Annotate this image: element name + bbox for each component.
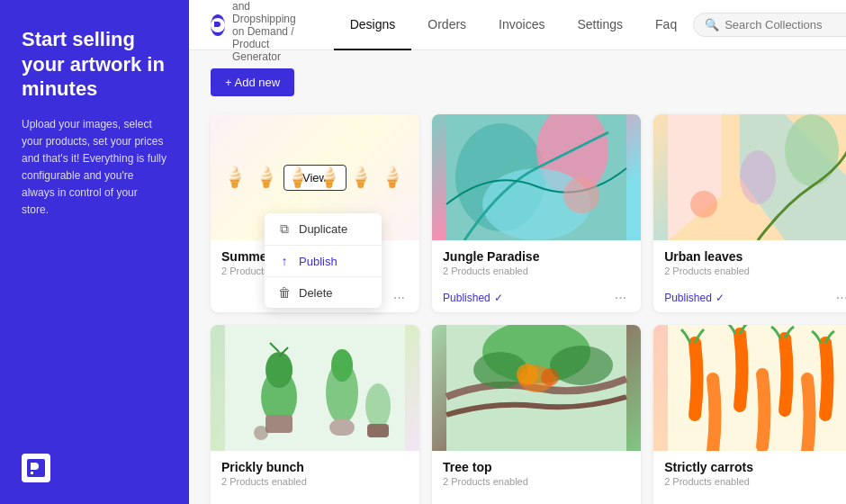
card-title-jungle: Jungle Paradise — [443, 249, 630, 264]
card-summer-melt: View 🍦 🍦 🍦 🍦 🍦 🍦 Summer melt 2 Products … — [211, 114, 419, 312]
svg-point-7 — [563, 177, 599, 213]
more-options-button-summer-melt[interactable]: ··· — [390, 289, 409, 307]
svg-point-23 — [365, 383, 391, 428]
card-thumb-jungle — [432, 114, 641, 240]
sidebar: Start selling your artwork in minutes Up… — [0, 0, 189, 504]
card-jungle-paradise: Jungle Paradise 2 Products enabled Publi… — [432, 114, 641, 312]
card-subtitle-jungle: 2 Products enabled — [443, 266, 630, 276]
card-footer-prickly: ··· — [211, 494, 419, 504]
sidebar-title: Start selling your artwork in minutes — [22, 27, 167, 102]
card-title-tree: Tree top — [443, 460, 630, 474]
tab-settings[interactable]: Settings — [561, 0, 639, 50]
svg-point-31 — [517, 364, 538, 385]
published-badge-jungle: Published ✓ — [443, 292, 503, 304]
svg-point-12 — [690, 191, 717, 218]
check-icon-jungle: ✓ — [494, 292, 503, 304]
duplicate-icon: ⧉ — [277, 221, 292, 237]
more-options-button-urban[interactable]: ··· — [832, 289, 846, 307]
card-body-tree: Tree top 2 Products enabled — [432, 451, 641, 494]
ctx-delete[interactable]: 🗑 Delete — [265, 277, 382, 308]
card-body-jungle: Jungle Paradise 2 Products enabled — [432, 240, 641, 284]
add-new-button[interactable]: + Add new — [211, 68, 294, 96]
card-prickly-bunch: Prickly bunch 2 Products enabled ··· — [211, 325, 419, 504]
ctx-publish-label: Publish — [299, 255, 338, 268]
published-badge-urban: Published ✓ — [664, 292, 724, 304]
svg-point-29 — [550, 346, 613, 385]
card-title-urban: Urban leaves — [664, 249, 846, 264]
card-thumb-tree — [432, 325, 641, 451]
brand-icon — [211, 14, 225, 36]
content-area: + Add new View 🍦 🍦 🍦 🍦 🍦 🍦 — [189, 50, 846, 504]
card-urban-leaves: Urban leaves 2 Products enabled Publishe… — [653, 114, 846, 312]
search-icon: 🔍 — [705, 18, 719, 32]
svg-point-21 — [331, 349, 353, 382]
collections-grid: View 🍦 🍦 🍦 🍦 🍦 🍦 Summer melt 2 Products … — [211, 114, 846, 504]
svg-point-16 — [266, 352, 292, 388]
card-subtitle-carrots: 2 Products enabled — [664, 476, 846, 487]
published-label-urban: Published — [664, 292, 712, 304]
tab-designs[interactable]: Designs — [334, 0, 412, 50]
card-thumb-urban — [653, 114, 846, 240]
search-input[interactable] — [724, 18, 846, 32]
tab-orders[interactable]: Orders — [411, 0, 482, 50]
svg-rect-19 — [266, 415, 292, 433]
ctx-publish[interactable]: ↑ Publish — [265, 246, 382, 276]
publish-icon: ↑ — [277, 254, 292, 268]
card-body-urban: Urban leaves 2 Products enabled — [653, 240, 846, 284]
ctx-duplicate[interactable]: ⧉ Duplicate — [265, 213, 382, 245]
sidebar-logo — [22, 454, 50, 482]
card-footer-jungle: Published ✓ ··· — [432, 284, 641, 312]
card-title-prickly: Prickly bunch — [221, 460, 409, 474]
card-body-prickly: Prickly bunch 2 Products enabled — [211, 451, 419, 494]
topbar: Prodigi - Print and Dropshipping on Dema… — [189, 0, 846, 50]
card-subtitle-tree: 2 Products enabled — [443, 476, 630, 487]
ctx-duplicate-label: Duplicate — [299, 222, 347, 236]
svg-point-25 — [254, 426, 268, 440]
more-options-button-tree[interactable]: ··· — [611, 500, 630, 504]
tab-faq[interactable]: Faq — [639, 0, 693, 50]
context-menu: ⧉ Duplicate ↑ Publish 🗑 Delete — [265, 213, 382, 308]
more-options-button-prickly[interactable]: ··· — [390, 500, 409, 504]
card-subtitle-prickly: 2 Products enabled — [221, 476, 409, 487]
more-options-button-carrots[interactable]: ··· — [832, 500, 846, 504]
svg-rect-24 — [367, 424, 389, 437]
tab-invoices[interactable]: Invoices — [482, 0, 561, 50]
card-footer-urban: Published ✓ ··· — [653, 284, 846, 312]
delete-icon: 🗑 — [277, 285, 292, 300]
svg-rect-22 — [329, 419, 355, 436]
published-label-jungle: Published — [443, 292, 490, 304]
card-footer-carrots: ··· — [653, 494, 846, 504]
card-thumb-carrots — [653, 325, 846, 451]
card-body-carrots: Strictly carrots 2 Products enabled — [653, 451, 846, 494]
search-bar[interactable]: 🔍 — [693, 13, 846, 37]
svg-point-32 — [541, 368, 559, 386]
svg-point-11 — [785, 114, 839, 186]
card-footer-tree: ··· — [432, 494, 641, 504]
svg-point-13 — [740, 150, 776, 204]
more-options-button-jungle[interactable]: ··· — [611, 289, 630, 307]
card-title-carrots: Strictly carrots — [664, 460, 846, 474]
nav-tabs: Designs Orders Invoices Settings Faq — [334, 0, 693, 50]
card-thumb-prickly — [211, 325, 419, 451]
sidebar-description: Upload your images, select your products… — [22, 116, 167, 220]
card-strictly-carrots: Strictly carrots 2 Products enabled ··· — [653, 325, 846, 504]
ctx-delete-label: Delete — [299, 286, 333, 300]
card-tree-top: Tree top 2 Products enabled ··· — [432, 325, 641, 504]
svg-rect-1 — [31, 472, 33, 474]
main-content: Prodigi - Print and Dropshipping on Dema… — [189, 0, 846, 504]
card-subtitle-urban: 2 Products enabled — [664, 266, 846, 276]
check-icon-urban: ✓ — [716, 292, 724, 304]
